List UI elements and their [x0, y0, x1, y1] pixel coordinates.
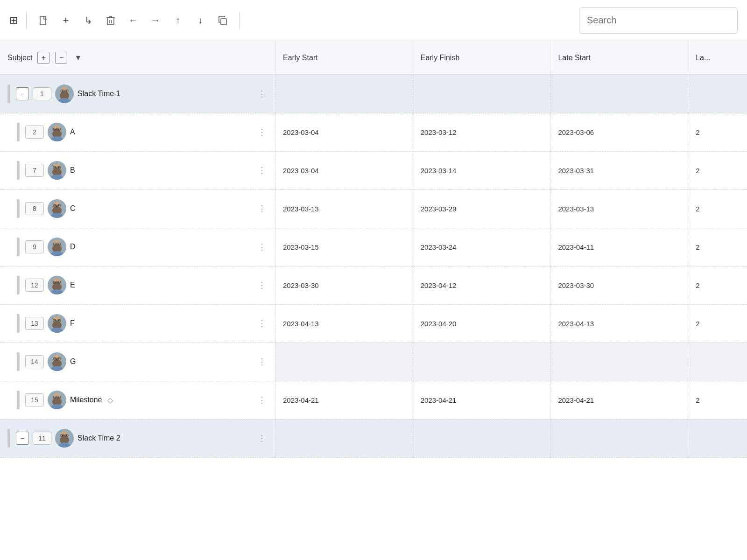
- subject-cell: 7 B ⋮: [0, 151, 275, 189]
- row-menu-icon[interactable]: ⋮: [256, 357, 268, 367]
- table-row: − 11 Slack Time 2 ⋮: [0, 419, 747, 457]
- row-drag-handle[interactable]: [17, 238, 20, 256]
- avatar: [48, 276, 66, 294]
- row-menu-icon[interactable]: ⋮: [256, 165, 268, 175]
- row-menu-icon[interactable]: ⋮: [256, 395, 268, 405]
- early-start-cell: 2023-04-21: [275, 381, 413, 419]
- search-input[interactable]: [587, 15, 730, 26]
- early-finish-cell: 2023-03-14: [413, 151, 550, 189]
- late-start-cell: [550, 419, 688, 457]
- row-drag-handle[interactable]: [17, 199, 20, 218]
- late-start-cell: 2023-03-13: [550, 189, 688, 228]
- early-finish-cell: 2023-03-12: [413, 113, 550, 151]
- early-start-cell: 2023-03-04: [275, 151, 413, 189]
- row-drag-handle[interactable]: [17, 123, 20, 141]
- svg-point-54: [58, 243, 59, 245]
- grid-icon[interactable]: ⊞: [9, 14, 18, 27]
- svg-point-72: [58, 320, 59, 321]
- add-button[interactable]: +: [57, 12, 74, 29]
- early-finish-cell: 2023-04-21: [413, 381, 550, 419]
- row-drag-handle[interactable]: [17, 161, 20, 180]
- late-start-cell: [550, 75, 688, 113]
- row-id: 15: [25, 393, 44, 406]
- late-start-cell: 2023-04-21: [550, 381, 688, 419]
- late-start-cell: 2023-03-31: [550, 151, 688, 189]
- row-id: 14: [25, 355, 44, 368]
- row-menu-icon[interactable]: ⋮: [256, 433, 268, 443]
- subject-cell: 15 Milestone◇ ⋮: [0, 381, 275, 419]
- arrow-right-button[interactable]: →: [147, 12, 164, 29]
- row-menu-icon[interactable]: ⋮: [256, 89, 268, 99]
- arrow-down-button[interactable]: ↓: [192, 12, 209, 29]
- expand-all-button[interactable]: +: [37, 52, 49, 64]
- svg-point-99: [65, 434, 67, 436]
- svg-point-17: [62, 91, 63, 92]
- filter-icon[interactable]: ▼: [74, 54, 82, 62]
- late-start-cell: 2023-03-30: [550, 266, 688, 304]
- avatar: [48, 391, 66, 409]
- svg-point-36: [58, 167, 59, 168]
- delete-button[interactable]: [102, 12, 119, 29]
- late-start-cell: [550, 343, 688, 381]
- table-row: 8 C ⋮ 2023-03-132023-03-292023-03-132: [0, 189, 747, 228]
- late-start-cell: 2023-03-06: [550, 113, 688, 151]
- avatar: [48, 314, 66, 333]
- row-drag-handle[interactable]: [7, 84, 10, 103]
- row-id: 12: [25, 279, 44, 292]
- avatar: [55, 429, 74, 448]
- late-finish-cell: [688, 75, 747, 113]
- svg-point-35: [54, 167, 56, 168]
- task-name: Milestone: [70, 396, 102, 404]
- late-start-cell: 2023-04-11: [550, 228, 688, 266]
- search-box[interactable]: [579, 7, 738, 34]
- early-start-cell: [275, 75, 413, 113]
- avatar: [48, 199, 66, 218]
- subject-cell: 14 G ⋮: [0, 343, 275, 381]
- svg-point-98: [62, 434, 63, 436]
- new-doc-button[interactable]: [35, 12, 52, 29]
- row-drag-handle[interactable]: [17, 314, 20, 333]
- table-body: − 1 Slack Time 1 ⋮ 2: [0, 75, 747, 457]
- task-name: A: [70, 128, 75, 136]
- early-finish-cell: 2023-03-29: [413, 189, 550, 228]
- row-drag-handle[interactable]: [17, 276, 20, 294]
- avatar: [48, 161, 66, 180]
- early-finish-cell: [413, 419, 550, 457]
- task-name: G: [70, 357, 76, 366]
- svg-point-80: [54, 358, 56, 359]
- row-drag-handle[interactable]: [7, 429, 10, 448]
- th-early-finish: Early Finish: [413, 41, 550, 75]
- row-menu-icon[interactable]: ⋮: [256, 280, 268, 290]
- row-id: 13: [25, 317, 44, 330]
- table-container: Subject + − ▼ Early Start Early Finish L…: [0, 41, 747, 458]
- svg-point-90: [58, 396, 59, 398]
- row-collapse-button[interactable]: −: [16, 87, 29, 100]
- task-name: Slack Time 1: [78, 90, 120, 98]
- row-menu-icon[interactable]: ⋮: [256, 318, 268, 329]
- collapse-all-button[interactable]: −: [55, 52, 67, 64]
- table-row: 9 D ⋮ 2023-03-152023-03-242023-04-112: [0, 228, 747, 266]
- row-drag-handle[interactable]: [17, 352, 20, 371]
- table-row: − 1 Slack Time 1 ⋮: [0, 75, 747, 113]
- late-start-cell: 2023-04-13: [550, 304, 688, 343]
- task-table: Subject + − ▼ Early Start Early Finish L…: [0, 41, 747, 458]
- row-menu-icon[interactable]: ⋮: [256, 242, 268, 252]
- row-drag-handle[interactable]: [17, 391, 20, 409]
- subject-cell: − 11 Slack Time 2 ⋮: [0, 419, 275, 457]
- row-menu-icon[interactable]: ⋮: [256, 203, 268, 214]
- toolbar: ⊞ + ↳ ← → ↑ ↓: [0, 0, 747, 41]
- svg-point-26: [54, 128, 56, 130]
- copy-button[interactable]: [214, 12, 231, 29]
- svg-rect-10: [107, 18, 114, 25]
- row-collapse-button[interactable]: −: [16, 432, 29, 445]
- task-name: F: [70, 319, 75, 328]
- table-header-row: Subject + − ▼ Early Start Early Finish L…: [0, 41, 747, 75]
- row-menu-icon[interactable]: ⋮: [256, 127, 268, 137]
- arrow-up-button[interactable]: ↑: [169, 12, 186, 29]
- late-finish-cell: 2: [688, 266, 747, 304]
- late-finish-cell: 2: [688, 189, 747, 228]
- early-start-cell: [275, 343, 413, 381]
- milestone-icon: ◇: [107, 396, 113, 405]
- arrow-left-button[interactable]: ←: [125, 12, 141, 29]
- indent-button[interactable]: ↳: [80, 12, 97, 29]
